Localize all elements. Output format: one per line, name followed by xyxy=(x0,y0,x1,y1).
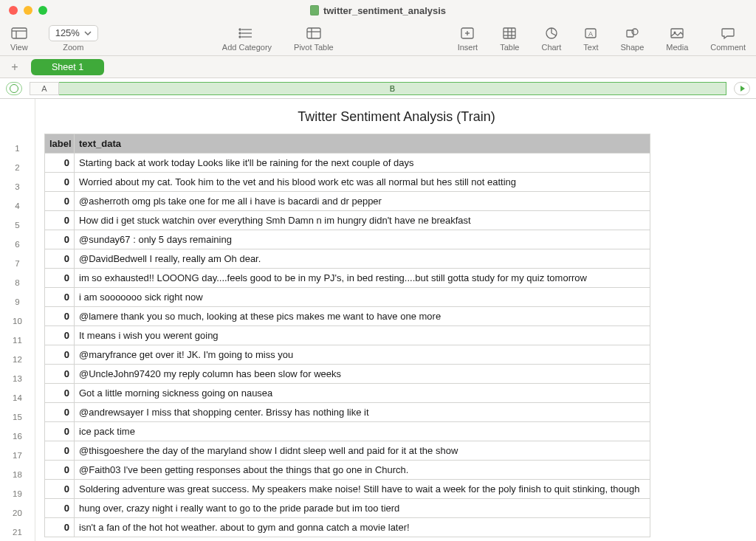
chart-button[interactable]: Chart xyxy=(541,25,561,52)
cell-text[interactable]: Got a little morning sickness going on n… xyxy=(75,384,650,403)
zoom-value: 125% xyxy=(55,27,80,38)
comment-button[interactable]: Comment xyxy=(710,25,746,52)
cell-text[interactable]: hung over, crazy night i really want to … xyxy=(75,499,650,518)
cell-text[interactable]: i am sooooooo sick right now xyxy=(75,288,650,307)
fullscreen-window-button[interactable] xyxy=(38,6,47,15)
header-label[interactable]: label xyxy=(45,134,75,154)
cell-label[interactable]: 0 xyxy=(45,211,75,230)
cell-label[interactable]: 0 xyxy=(45,345,75,365)
zoom-control[interactable]: 125% Zoom xyxy=(49,25,98,52)
add-sheet-button[interactable]: + xyxy=(6,59,24,75)
sheet-tab-active[interactable]: Sheet 1 xyxy=(31,59,104,75)
media-icon xyxy=(670,25,684,41)
row-number[interactable]: 10 xyxy=(0,311,35,331)
table-row: 0hung over, crazy night i really want to… xyxy=(45,499,650,518)
table-button[interactable]: Table xyxy=(500,25,519,52)
cell-text[interactable]: @UncleJohn97420 my reply column has been… xyxy=(75,365,650,384)
row-number[interactable]: 2 xyxy=(0,158,35,177)
row-number[interactable]: 6 xyxy=(0,235,35,254)
cell-label[interactable]: 0 xyxy=(45,154,75,173)
table-menu-button[interactable] xyxy=(6,82,22,95)
pivot-table-button[interactable]: Pivot Table xyxy=(294,25,334,52)
cell-label[interactable]: 0 xyxy=(45,192,75,211)
close-window-button[interactable] xyxy=(9,6,18,15)
cell-label[interactable]: 0 xyxy=(45,422,75,441)
cell-label[interactable]: 0 xyxy=(45,365,75,384)
cell-text[interactable]: ice pack time xyxy=(75,422,650,441)
header-text[interactable]: text_data xyxy=(75,134,650,154)
cell-label[interactable]: 0 xyxy=(45,499,75,518)
cell-text[interactable]: @andrewsayer I miss that shopping center… xyxy=(75,403,650,422)
cell-text[interactable]: @Faith03 I've been getting responses abo… xyxy=(75,461,650,480)
cell-label[interactable]: 0 xyxy=(45,307,75,326)
cell-text[interactable]: isn't a fan of the hot hot weather. abou… xyxy=(75,518,650,537)
row-number[interactable]: 20 xyxy=(0,503,35,523)
row-number[interactable]: 12 xyxy=(0,350,35,369)
cell-label[interactable]: 0 xyxy=(45,480,75,499)
cell-text[interactable]: Worried about my cat. Took him to the ve… xyxy=(75,173,650,192)
table-row: 0Soldering adventure was great success. … xyxy=(45,480,650,499)
svg-point-26 xyxy=(632,29,638,35)
table-row: 0@Faith03 I've been getting responses ab… xyxy=(45,461,650,480)
cell-text[interactable]: im so exhausted!! LOOONG day....feels go… xyxy=(75,269,650,288)
window-titlebar: twitter_sentiment_analysis xyxy=(0,0,756,21)
row-number[interactable]: 8 xyxy=(0,273,35,292)
cell-label[interactable]: 0 xyxy=(45,249,75,269)
cell-text[interactable]: It means i wish you werent going xyxy=(75,326,650,345)
cell-text[interactable]: @asherroth omg pls take one for me all i… xyxy=(75,192,650,211)
row-number[interactable]: 5 xyxy=(0,216,35,235)
cell-text[interactable]: @thisgoeshere the day of the maryland sh… xyxy=(75,441,650,461)
cell-label[interactable]: 0 xyxy=(45,288,75,307)
row-number[interactable]: 16 xyxy=(0,427,35,446)
shape-label: Shape xyxy=(621,43,645,52)
cell-text[interactable]: Starting back at work today Looks like i… xyxy=(75,154,650,173)
row-number[interactable]: 7 xyxy=(0,254,35,273)
row-number[interactable]: 21 xyxy=(0,523,35,541)
add-column-button[interactable] xyxy=(734,82,750,95)
column-header-b[interactable]: B xyxy=(59,82,726,95)
cell-text[interactable]: @DavidBedwell I really, really am Oh dea… xyxy=(75,249,650,269)
media-button[interactable]: Media xyxy=(666,25,688,52)
cell-text[interactable]: @sunday67 : only 5 days remaining xyxy=(75,230,650,249)
table-header-row: label text_data xyxy=(45,134,650,154)
window-title: twitter_sentiment_analysis xyxy=(0,5,756,16)
cell-label[interactable]: 0 xyxy=(45,384,75,403)
insert-button[interactable]: Insert xyxy=(458,25,478,52)
cell-label[interactable]: 0 xyxy=(45,441,75,461)
row-number[interactable]: 18 xyxy=(0,465,35,484)
row-number[interactable]: 13 xyxy=(0,369,35,388)
cell-text[interactable]: @maryfrance get over it! JK. I'm going t… xyxy=(75,345,650,365)
cell-text[interactable]: Soldering adventure was great success. M… xyxy=(75,480,650,499)
view-button[interactable]: View xyxy=(10,25,28,52)
cell-label[interactable]: 0 xyxy=(45,269,75,288)
column-header-a[interactable]: A xyxy=(30,82,59,95)
row-number[interactable]: 19 xyxy=(0,484,35,503)
row-number[interactable]: 1 xyxy=(0,139,35,158)
zoom-pill[interactable]: 125% xyxy=(49,25,98,41)
cell-label[interactable]: 0 xyxy=(45,403,75,422)
cell-text[interactable]: @lamere thank you so much, looking at th… xyxy=(75,307,650,326)
add-category-button[interactable]: Add Category xyxy=(222,25,272,52)
row-number[interactable]: 14 xyxy=(0,388,35,407)
spreadsheet-grid[interactable]: 123456789101112131415161718192021 Twitte… xyxy=(0,99,756,541)
table-row: 0@maryfrance get over it! JK. I'm going … xyxy=(45,345,650,365)
cell-label[interactable]: 0 xyxy=(45,326,75,345)
cell-label[interactable]: 0 xyxy=(45,518,75,537)
row-number[interactable]: 4 xyxy=(0,196,35,216)
text-button[interactable]: A Text xyxy=(583,25,598,52)
cell-label[interactable]: 0 xyxy=(45,461,75,480)
cell-text[interactable]: How did i get stuck watchin over everyth… xyxy=(75,211,650,230)
cell-label[interactable]: 0 xyxy=(45,230,75,249)
row-number[interactable]: 11 xyxy=(0,331,35,350)
table-row: 0im so exhausted!! LOOONG day....feels g… xyxy=(45,269,650,288)
minimize-window-button[interactable] xyxy=(24,6,32,15)
shape-button[interactable]: Shape xyxy=(621,25,645,52)
row-number[interactable]: 15 xyxy=(0,407,35,427)
row-number[interactable]: 9 xyxy=(0,292,35,311)
row-number[interactable]: 3 xyxy=(0,177,35,196)
row-number[interactable]: 17 xyxy=(0,446,35,465)
table-row: 0Got a little morning sickness going on … xyxy=(45,384,650,403)
cell-label[interactable]: 0 xyxy=(45,173,75,192)
insert-label: Insert xyxy=(458,43,478,52)
sheet-tab-label: Sheet 1 xyxy=(52,62,83,72)
